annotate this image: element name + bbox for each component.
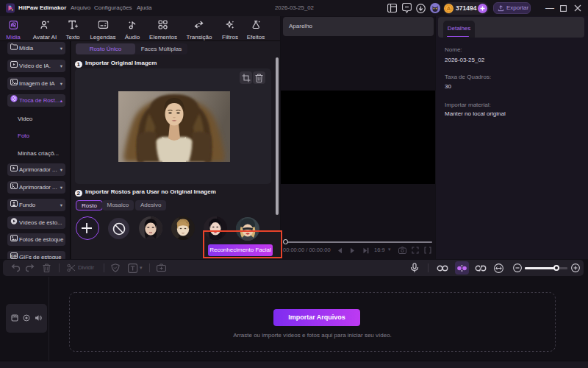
- svg-text:A: A: [447, 5, 451, 12]
- svg-text:GIF: GIF: [10, 254, 18, 258]
